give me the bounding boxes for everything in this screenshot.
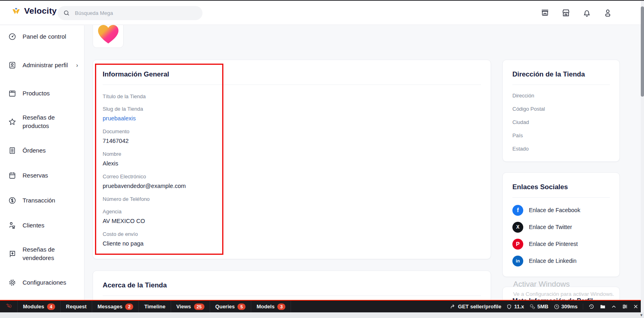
sidebar-item-product-reviews[interactable]: Reseñas de productos <box>0 114 85 130</box>
address-field-country: País <box>512 132 610 139</box>
field-shop-slug: Slug de la Tienda pruebaalexis <box>103 105 481 122</box>
window-top-edge <box>0 0 644 1</box>
laravel-debugbar: Modules 4 Request Messages 2 Timeline Vi… <box>0 300 644 312</box>
field-name: Nombre Alexis <box>103 151 481 167</box>
debugbar-memory[interactable]: 5MB <box>529 304 548 310</box>
scroll-down-arrow-icon[interactable]: ▼ <box>640 313 643 317</box>
sidebar-item-orders[interactable]: Órdenes <box>0 147 85 155</box>
debugbar-tab-messages[interactable]: Messages 2 <box>92 301 139 312</box>
debugbar-laravel-logo[interactable] <box>0 301 18 312</box>
sidebar-item-label: Clientes <box>23 221 72 230</box>
sidebar-item-bookings[interactable]: Reservas <box>0 171 85 180</box>
settings-button[interactable] <box>622 304 628 310</box>
debugbar-tab-views[interactable]: Views 25 <box>171 301 210 312</box>
star-icon <box>8 118 17 126</box>
heart-logo-image <box>97 23 120 45</box>
user-account-icon[interactable] <box>603 8 613 18</box>
field-label: Slug de la Tienda <box>103 105 481 112</box>
request-path-text: GET seller/profile <box>458 304 502 310</box>
sidebar-item-dashboard[interactable]: Panel de control <box>0 33 85 41</box>
close-button[interactable] <box>633 304 638 309</box>
pinterest-icon: P <box>512 239 523 250</box>
sliders-icon <box>622 304 628 310</box>
field-label: Costo de envío <box>103 231 481 237</box>
field-shop-title: Título de la Tienda <box>103 93 481 100</box>
sidebar-item-label: Reservas <box>23 171 72 180</box>
tab-label: Models <box>256 304 275 310</box>
folder-icon <box>600 304 606 310</box>
sidebar-item-seller-reviews[interactable]: Reseñas de vendedores <box>0 246 85 262</box>
memory-text: 5MB <box>537 304 548 310</box>
bell-icon[interactable] <box>582 8 592 18</box>
vertical-scrollbar[interactable] <box>641 1 644 312</box>
field-email: Correo Electrónico pruebavendedor@exampl… <box>103 173 481 190</box>
field-label: Nombre <box>103 151 481 157</box>
maximize-button[interactable] <box>611 304 617 310</box>
top-header: Velocity <box>0 1 641 25</box>
gear-icon <box>8 279 17 287</box>
social-links-title: Enlaces Sociales <box>503 173 619 197</box>
search-input[interactable] <box>74 10 187 17</box>
general-info-title: Información General <box>93 60 491 85</box>
field-shipping-cost: Costo de envío Cliente no paga <box>103 231 481 248</box>
twitter-x-icon: X <box>512 222 523 233</box>
social-links-card: Enlaces Sociales f Enlace de Facebook X … <box>502 172 620 277</box>
sidebar-item-label: Configuraciones <box>23 279 72 287</box>
velocity-logo-icon <box>11 6 21 16</box>
scrollbar-thumb[interactable] <box>641 6 644 97</box>
tab-label: Messages <box>97 304 122 310</box>
divider <box>103 295 481 296</box>
debugbar-time[interactable]: 309ms <box>554 304 578 310</box>
shop-address-title: Dirección de la Tienda <box>503 60 619 85</box>
review-flag-icon <box>8 250 17 258</box>
debugbar-tab-timeline[interactable]: Timeline <box>139 301 171 312</box>
social-link-facebook[interactable]: f Enlace de Facebook <box>512 202 610 219</box>
tab-badge: 5 <box>237 304 246 310</box>
sidebar-item-label: Administrar perfil <box>23 61 72 70</box>
marketplace-icon[interactable] <box>540 8 550 18</box>
store-icon[interactable] <box>561 8 571 18</box>
sidebar-item-transactions[interactable]: Transacción <box>0 196 85 205</box>
dashboard-icon <box>8 33 17 41</box>
sidebar-item-label: Órdenes <box>23 147 72 155</box>
sidebar-item-settings[interactable]: Configuraciones <box>0 279 85 287</box>
address-field-postcode: Código Postal <box>512 105 610 112</box>
social-link-twitter[interactable]: X Enlace de Twitter <box>512 219 610 235</box>
tab-label: Timeline <box>144 304 165 310</box>
chevron-up-icon <box>611 304 617 310</box>
debugbar-tab-queries[interactable]: Queries 5 <box>210 301 252 312</box>
sidebar-item-products[interactable]: Productos <box>0 89 85 98</box>
tab-badge: 2 <box>125 304 133 310</box>
social-link-pinterest[interactable]: P Enlace de Pinterest <box>512 235 610 252</box>
debugbar-version[interactable]: 11.x <box>506 304 524 310</box>
field-value: Cliente no paga <box>103 240 481 248</box>
debugbar-tab-request[interactable]: Request <box>61 301 92 312</box>
chevron-right-icon[interactable]: › <box>76 61 78 69</box>
brand-logo[interactable]: Velocity <box>11 6 57 16</box>
sidebar-item-label: Reseñas de vendedores <box>23 246 72 262</box>
field-document: Documento 71467042 <box>103 128 481 145</box>
sidebar-item-customers[interactable]: Clientes <box>0 221 85 230</box>
social-link-linkedin[interactable]: in Enlace de Linkedin <box>512 252 610 269</box>
profile-icon <box>8 61 17 70</box>
open-folder-button[interactable] <box>600 304 606 310</box>
shop-slug-link[interactable]: pruebaalexis <box>103 115 481 122</box>
debugbar-tab-models[interactable]: Models 3 <box>251 301 291 312</box>
redirect-icon <box>450 304 456 310</box>
field-value: pruebavendedor@example.com <box>103 182 481 190</box>
search-bar[interactable] <box>58 6 202 20</box>
field-value: AV MEXICO CO <box>103 217 481 225</box>
sidebar-item-manage-profile[interactable]: Administrar perfil › <box>0 61 85 70</box>
field-agency: Agencia AV MEXICO CO <box>103 208 481 225</box>
debugbar-tab-modules[interactable]: Modules 4 <box>18 301 61 312</box>
debugbar-request-path[interactable]: GET seller/profile <box>450 304 502 310</box>
history-icon <box>588 304 594 310</box>
customers-icon <box>8 221 17 230</box>
time-text: 309ms <box>561 304 578 310</box>
history-button[interactable] <box>588 304 594 310</box>
linkedin-icon: in <box>512 256 523 266</box>
field-value: Alexis <box>103 160 481 167</box>
sidebar-item-label: Panel de control <box>23 33 72 41</box>
social-link-label: Enlace de Pinterest <box>529 241 578 247</box>
tab-badge: 3 <box>277 304 285 310</box>
